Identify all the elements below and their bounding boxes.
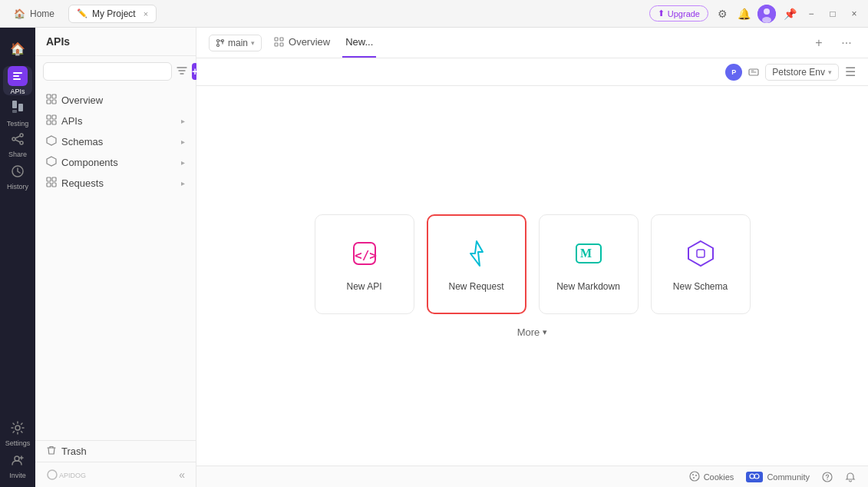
tab-add-button[interactable]: + bbox=[810, 34, 828, 52]
branch-chevron: ▾ bbox=[251, 39, 255, 47]
schemas-icon bbox=[46, 135, 57, 148]
testing-label: Testing bbox=[7, 120, 29, 128]
svg-rect-24 bbox=[47, 100, 51, 104]
avatar[interactable] bbox=[757, 5, 776, 23]
tree-item-apis[interactable]: APIs ▸ bbox=[35, 111, 196, 131]
svg-rect-6 bbox=[12, 101, 17, 108]
svg-point-56 bbox=[695, 475, 697, 476]
upgrade-icon: ⬆ bbox=[658, 8, 665, 18]
tree-sidebar: APIs + bbox=[35, 28, 196, 487]
tree-item-requests[interactable]: Requests ▸ bbox=[35, 173, 196, 194]
sidebar-item-settings[interactable]: Settings bbox=[3, 419, 32, 449]
svg-text:M: M bbox=[580, 247, 592, 260]
svg-rect-26 bbox=[47, 115, 51, 119]
svg-line-12 bbox=[15, 136, 20, 138]
card-new-api[interactable]: </> New API bbox=[315, 214, 414, 314]
tab-new[interactable]: New... bbox=[342, 28, 376, 58]
requests-icon bbox=[46, 177, 57, 190]
tab-overview[interactable]: Overview bbox=[271, 28, 333, 58]
upgrade-button[interactable]: ⬆ Upgrade bbox=[649, 5, 708, 22]
env-icon bbox=[748, 67, 759, 78]
env-bar: P Petstore Env ▾ ☰ bbox=[196, 58, 868, 86]
cookies-label: Cookies bbox=[704, 472, 734, 482]
sidebar-item-history[interactable]: History bbox=[3, 163, 32, 192]
env-chevron: ▾ bbox=[828, 68, 832, 76]
history-label: History bbox=[7, 183, 28, 190]
svg-point-2 bbox=[762, 17, 771, 23]
tree-item-components[interactable]: Components ▸ bbox=[35, 152, 196, 173]
svg-rect-4 bbox=[13, 75, 19, 77]
cookies-button[interactable]: Cookies bbox=[689, 471, 734, 483]
requests-label: Requests bbox=[61, 177, 177, 189]
sidebar-item-home[interactable]: 🏠 bbox=[3, 34, 32, 63]
env-selector[interactable]: Petstore Env ▾ bbox=[765, 64, 839, 81]
overview-label: Overview bbox=[61, 94, 185, 106]
bell-icon[interactable]: 🔔 bbox=[736, 6, 751, 22]
close-button[interactable]: × bbox=[847, 6, 862, 22]
sidebar-item-testing[interactable]: Testing bbox=[3, 98, 32, 128]
svg-point-54 bbox=[690, 472, 699, 481]
icon-sidebar: 🏠 APIs Testing bbox=[0, 28, 35, 487]
content-area: main ▾ Overview New... + ··· bbox=[196, 28, 868, 487]
bell-bottom-icon bbox=[845, 472, 856, 482]
apis-arrow: ▸ bbox=[181, 117, 185, 125]
hamburger-button[interactable]: ☰ bbox=[845, 65, 856, 79]
card-new-schema[interactable]: New Schema bbox=[651, 214, 751, 314]
sidebar-item-apis[interactable]: APIs bbox=[3, 66, 32, 95]
share-icon bbox=[11, 132, 25, 149]
filter-icon[interactable] bbox=[177, 65, 187, 78]
collapse-sidebar-button[interactable]: « bbox=[179, 469, 185, 481]
components-arrow: ▸ bbox=[181, 158, 185, 167]
svg-rect-42 bbox=[275, 38, 278, 41]
new-schema-icon bbox=[684, 237, 718, 270]
maximize-button[interactable]: □ bbox=[825, 6, 840, 22]
svg-rect-35 bbox=[52, 183, 56, 187]
svg-marker-30 bbox=[47, 136, 56, 145]
apis-icon-box bbox=[8, 66, 28, 86]
svg-point-58 bbox=[750, 474, 754, 479]
settings-icon[interactable]: ⚙ bbox=[715, 6, 730, 22]
branch-label: main bbox=[228, 38, 248, 48]
bell-bottom-button[interactable] bbox=[845, 472, 856, 482]
project-tab[interactable]: ✏️ My Project × bbox=[68, 5, 157, 23]
svg-rect-7 bbox=[18, 104, 23, 111]
env-circle-text: P bbox=[731, 68, 736, 76]
more-label: More bbox=[517, 326, 540, 338]
more-chevron: ▾ bbox=[543, 327, 547, 337]
branch-button[interactable]: main ▾ bbox=[209, 35, 262, 51]
community-icon bbox=[746, 472, 763, 482]
apis-tree-label: APIs bbox=[61, 115, 177, 127]
sidebar-item-invite[interactable]: Invite bbox=[3, 452, 32, 481]
card-new-markdown[interactable]: M New Markdown bbox=[539, 214, 639, 314]
tree-item-overview[interactable]: Overview bbox=[35, 90, 196, 111]
svg-text:</>: </> bbox=[355, 248, 377, 263]
tree-title: APIs bbox=[46, 35, 185, 48]
components-label: Components bbox=[61, 157, 177, 168]
home-tab[interactable]: 🏠 Home bbox=[6, 5, 62, 22]
settings-label: Settings bbox=[5, 439, 31, 447]
home-sidebar-icon: 🏠 bbox=[10, 41, 25, 56]
new-api-icon: </> bbox=[348, 237, 381, 270]
tree-item-trash[interactable]: Trash bbox=[35, 440, 196, 462]
project-tab-label: My Project bbox=[92, 8, 136, 19]
tree-search-input[interactable] bbox=[43, 62, 172, 81]
svg-point-15 bbox=[15, 426, 20, 430]
svg-point-61 bbox=[827, 479, 827, 479]
apis-label: APIs bbox=[10, 88, 25, 95]
upgrade-label: Upgrade bbox=[668, 9, 700, 18]
pin-icon[interactable]: 📌 bbox=[782, 6, 797, 22]
more-button[interactable]: More ▾ bbox=[517, 326, 548, 338]
question-button[interactable] bbox=[822, 472, 833, 482]
project-tab-close[interactable]: × bbox=[144, 9, 148, 18]
svg-rect-34 bbox=[47, 183, 51, 187]
community-button[interactable]: Community bbox=[746, 472, 810, 482]
env-circle: P bbox=[725, 64, 742, 81]
svg-point-55 bbox=[692, 474, 694, 475]
sidebar-item-share[interactable]: Share bbox=[3, 131, 32, 160]
minimize-button[interactable]: − bbox=[804, 6, 819, 22]
testing-icon bbox=[10, 99, 25, 118]
tree-item-schemas[interactable]: Schemas ▸ bbox=[35, 131, 196, 152]
svg-rect-43 bbox=[280, 38, 283, 41]
tab-more-button[interactable]: ··· bbox=[837, 34, 856, 52]
card-new-request[interactable]: New Request bbox=[427, 214, 526, 314]
